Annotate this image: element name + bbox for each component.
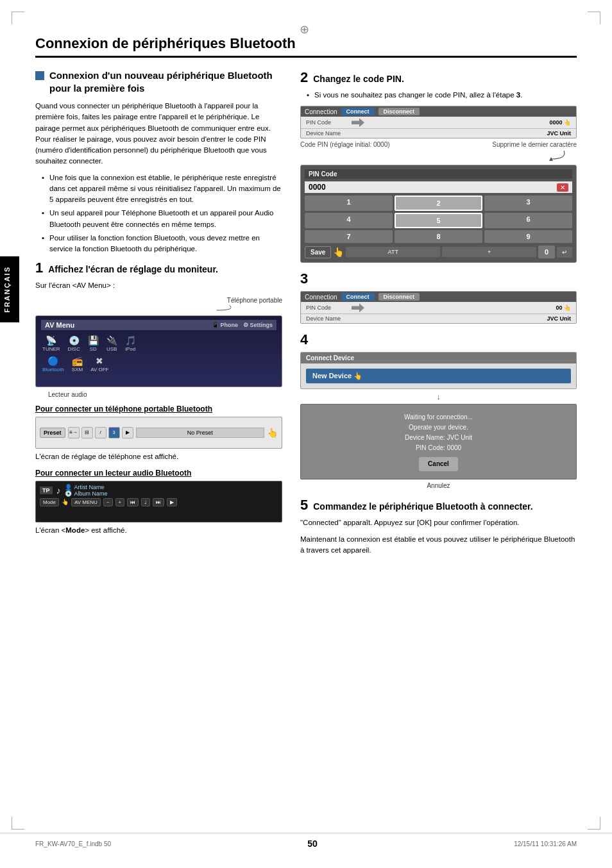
sub-heading-phone: Pour connecter un téléphone portable Blu… [35, 405, 282, 413]
page-footer: FR_KW-AV70_E_f.indb 50 50 12/15/11 10:31… [0, 833, 612, 849]
connect-button-2[interactable]: Connect [341, 293, 375, 301]
phone-icon-1[interactable]: ≡→ [68, 427, 80, 438]
prev-btn[interactable]: ⏮ [127, 498, 139, 506]
phone-icon-2[interactable]: ⊟ [81, 427, 93, 438]
pin-code-row-2: PIN Code 00 👆 [301, 302, 576, 314]
waiting-line3: Device Name: JVC Unit [309, 433, 568, 443]
device-name-value-2: JVC Unit [348, 315, 571, 322]
page-number: 50 [111, 839, 514, 849]
step-5-header: 5 Commandez le périphérique Bluetooth à … [300, 497, 577, 513]
av-icon-ipod: 🎵 iPod [125, 335, 136, 352]
key-1[interactable]: 1 [305, 196, 393, 211]
disc-label: DISC [68, 346, 80, 352]
conn-header-1: Connection Connect Disconnect [301, 106, 576, 117]
play-btn[interactable]: ▶ [167, 498, 177, 506]
tuner-label: TUNER [42, 346, 60, 352]
footer-left: FR_KW-AV70_E_f.indb 50 [35, 840, 111, 847]
pin-save-btn[interactable]: Save [305, 246, 331, 258]
left-column: Connexion d'un nouveau périphérique Blue… [35, 69, 282, 563]
conn-screen-1: Connection Connect Disconnect PIN Code 0… [300, 106, 577, 138]
key-5[interactable]: 5 [395, 213, 482, 228]
phone-label: 📱 Phone [212, 322, 238, 328]
step2-bullets: Si vous ne souhaitez pas changer le code… [300, 90, 577, 101]
pin-plus-btn[interactable]: + [442, 247, 536, 257]
bullet-item-1: Une fois que la connexion est établie, l… [42, 172, 282, 206]
key-6[interactable]: 6 [484, 213, 572, 228]
device-name-row-2: Device Name JVC Unit [301, 314, 576, 323]
bullet-list: Une fois que la connexion est établie, l… [35, 172, 282, 255]
corner-mark-br [588, 817, 600, 830]
key-0[interactable]: 0 [538, 246, 555, 258]
audio-annotation-text: Lecteur audio [35, 391, 282, 398]
step-3-block: 3 Connection Connect Disconnect PIN Code [300, 271, 577, 324]
step-3-header: 3 [300, 271, 577, 287]
new-device-row[interactable]: New Device 👆 [306, 369, 571, 383]
audio-bottom-row: Mode 👆 AV MENU − + ⏮ ♩ ⏭ ▶ [40, 498, 278, 506]
plus-btn[interactable]: + [115, 498, 125, 506]
bullet-item-3: Pour utiliser la fonction fonction Bluet… [42, 233, 282, 255]
touch-indicator-audio: 👆 [62, 499, 69, 505]
key-2[interactable]: 2 [395, 196, 482, 211]
album-name: Album Name [74, 490, 108, 497]
av-icon-avoff: ✖ AV OFF [90, 356, 108, 372]
next-btn[interactable]: ⏭ [153, 498, 164, 506]
pin-code-value-1: 0000 👆 [368, 119, 571, 126]
corner-mark-bl [12, 817, 24, 830]
phone-icon-5[interactable]: ▶ [122, 427, 133, 438]
disconnect-button-1[interactable]: Disconnect [378, 108, 420, 115]
pin-annotation-text: Code PIN (réglage initial: 0000) [300, 141, 390, 148]
bluetooth-label: Bluetooth [42, 367, 64, 372]
avoff-label: AV OFF [90, 367, 108, 372]
pin-code-label-1: PIN Code [306, 119, 348, 126]
audio-screen-text: L'écran <Mode> est affiché. [35, 525, 282, 536]
pin-keypad: 1 2 3 4 5 6 7 8 9 [305, 196, 572, 243]
key-3[interactable]: 3 [484, 196, 572, 211]
delete-arrow [300, 149, 570, 162]
pin-header: PIN Code [305, 169, 572, 179]
device-name-value-1: JVC Unit [348, 130, 571, 137]
annulez-text: Annulez [427, 482, 450, 489]
audio-annotation: Lecteur audio [35, 391, 282, 398]
page-content: Connexion de périphériques Bluetooth Con… [0, 0, 612, 615]
pin-code-row-1: PIN Code 0000 👆 [301, 117, 576, 129]
phone-preset-screen: Preset ≡→ ⊟ / 3 ▶ No Preset 👆 [35, 417, 282, 449]
key-9[interactable]: 9 [484, 230, 572, 243]
preset-button[interactable]: Preset [40, 428, 65, 438]
phone-annotation-arrow [35, 304, 282, 312]
av-menu-label: AV Menu [45, 321, 74, 329]
step-2-header: 2 Changez le code PIN. [300, 69, 577, 86]
disconnect-button-2[interactable]: Disconnect [378, 293, 420, 301]
pin-nav-btn[interactable]: ATT [346, 247, 440, 257]
artist-name: Artist Name [74, 484, 105, 490]
minus-btn[interactable]: − [103, 498, 113, 506]
pin-bottom-row: Save 👆 ATT + 0 ↵ [305, 246, 572, 258]
step-4-block: 4 Connect Device New Device 👆 ↓ [300, 331, 577, 489]
key-7[interactable]: 7 [305, 230, 393, 243]
av-menu-screen: AV Menu 📱 Phone ⚙ Settings 📡 TUNER [35, 315, 282, 387]
key-8[interactable]: 8 [395, 230, 482, 243]
av-menu-bar: AV Menu 📱 Phone ⚙ Settings [41, 320, 276, 330]
av-menu-icons-row2: 🔵 Bluetooth 📻 SXM ✖ AV OFF [41, 355, 276, 374]
cancel-button[interactable]: Cancel [419, 457, 458, 471]
two-col-layout: Connexion d'un nouveau périphérique Blue… [35, 69, 577, 563]
sd-label: SD [90, 346, 97, 352]
phone-icons: ≡→ ⊟ / 3 ▶ [68, 427, 133, 438]
pin-delete-btn[interactable]: ✕ [557, 183, 568, 192]
touch-icon-2: 👆 [564, 305, 571, 311]
delete-arrow-svg [532, 149, 570, 162]
phone-icon-3[interactable]: / [95, 427, 106, 438]
device-name-label-1: Device Name [306, 130, 348, 137]
key-4[interactable]: 4 [305, 213, 393, 228]
phone-icon-4[interactable]: 3 [108, 427, 120, 438]
usb-label: USB [106, 346, 117, 352]
pin-enter-btn[interactable]: ↵ [557, 247, 572, 258]
device-name-row-1: Device Name JVC Unit [301, 129, 576, 138]
conn-screen-2: Connection Connect Disconnect PIN Code 0… [300, 291, 577, 324]
connect-button-1[interactable]: Connect [341, 108, 375, 115]
av-menu-btn[interactable]: AV MENU [71, 498, 101, 506]
step-5-title: Commandez le périphérique Bluetooth à co… [313, 501, 532, 512]
audio-note-icon: ♪ [56, 485, 61, 496]
page-outer: FRANÇAIS Connexion de périphériques Blue… [0, 0, 612, 868]
bullet-item-2: Un seul appareil pour Téléphone Bluetoot… [42, 208, 282, 230]
mode-btn[interactable]: Mode [40, 498, 59, 506]
